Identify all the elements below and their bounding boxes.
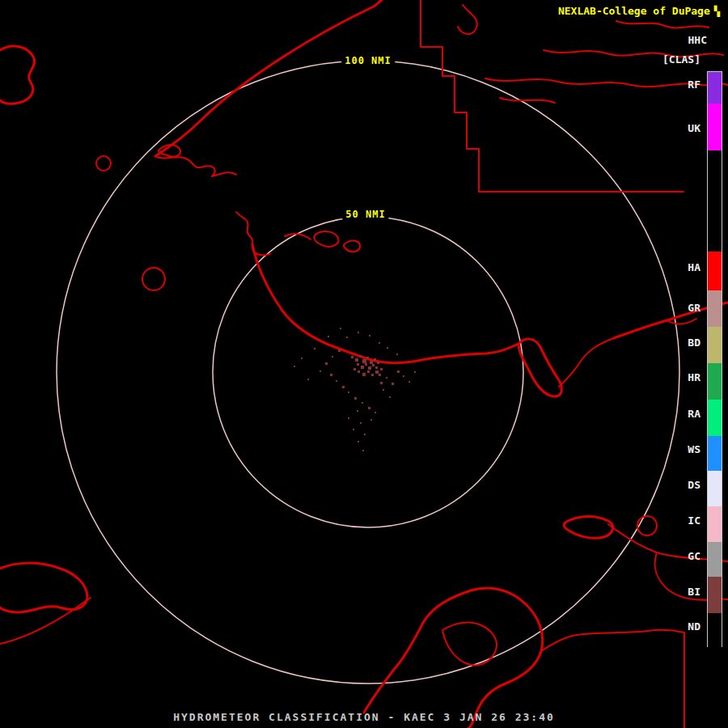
echo-point [353, 429, 354, 430]
echo-point [330, 374, 332, 376]
echo-point [360, 422, 362, 424]
echo-point [366, 357, 369, 359]
map-outline-13 [485, 78, 728, 87]
echo-point [387, 347, 388, 349]
echo-point [369, 335, 370, 336]
echo-point [370, 419, 372, 421]
echo-point [370, 361, 373, 364]
echo-point [408, 381, 410, 383]
map-outline-23 [541, 630, 684, 728]
echo-point [362, 402, 363, 404]
map-outline-17 [314, 231, 338, 247]
map-outline-25 [608, 524, 728, 561]
echo-point [372, 364, 375, 366]
echo-point [358, 332, 359, 333]
map-outline-27 [0, 563, 87, 612]
echo-point [377, 362, 379, 364]
echo-point [328, 336, 329, 337]
map-outline-7 [518, 339, 561, 396]
echo-point [362, 373, 366, 376]
map-svg [0, 0, 728, 728]
echo-point [403, 375, 404, 377]
map-outline-6 [369, 344, 518, 363]
echo-point [336, 380, 337, 382]
map-outline-8 [559, 338, 614, 387]
echo-point [358, 441, 359, 442]
echo-point [414, 371, 416, 373]
echo-point [383, 389, 384, 391]
echo-point [397, 370, 400, 373]
echo-point [342, 386, 345, 388]
range-ring-label-50: 50 NMI [342, 209, 388, 220]
echo-point [358, 370, 360, 373]
echo-point [346, 336, 348, 338]
map-outline-9 [614, 303, 728, 338]
echo-point [379, 374, 381, 376]
echo-point [353, 368, 356, 370]
echo-point [301, 358, 303, 359]
echo-point [332, 356, 333, 358]
echo-point [320, 370, 321, 372]
echo-point [314, 348, 315, 349]
echo-point [392, 383, 394, 385]
echo-point [357, 363, 359, 366]
echo-point [348, 392, 349, 393]
echo-point [380, 368, 383, 370]
echo-point [375, 370, 379, 374]
echo-point [396, 353, 398, 355]
echo-point [368, 366, 371, 370]
map-outline-3 [0, 46, 35, 104]
map-outline-18 [344, 241, 360, 252]
header-title-text: NEXLAB-College of DuPage [558, 5, 710, 17]
echo-point [355, 358, 358, 362]
echo-point [294, 366, 295, 367]
echo-point [362, 359, 366, 363]
echo-point [307, 379, 309, 380]
echo-point [375, 412, 376, 413]
echo-point [357, 410, 358, 412]
map-outline-26 [655, 552, 728, 600]
map-circle-2 [637, 516, 657, 535]
echo-point [351, 356, 353, 358]
echo-point [374, 358, 376, 361]
map-outline-12 [458, 5, 477, 34]
echo-point [340, 328, 341, 329]
map-outline-15 [500, 98, 555, 103]
echo-point [367, 370, 370, 373]
echo-point [368, 407, 370, 409]
echo-point [362, 450, 364, 451]
echo-point [386, 377, 387, 379]
echo-point [389, 396, 391, 398]
echo-point [325, 362, 328, 365]
map-outline-11 [421, 0, 684, 192]
echo-point [379, 342, 380, 344]
map-circle-0 [96, 156, 111, 171]
product-title: HYDROMETEOR CLASSIFICATION - KAEC 3 JAN … [173, 711, 555, 723]
map-outline-21 [364, 623, 423, 713]
product-code-label: HHC [688, 34, 707, 46]
classification-label: [CLAS] [662, 53, 700, 66]
map-outline-0 [155, 0, 382, 156]
header-title: NEXLAB-College of DuPage▚ [558, 5, 720, 17]
map-circle-1 [142, 268, 165, 290]
echo-point [371, 374, 374, 376]
echo-point [375, 366, 378, 369]
radar-display: 100 NMI 50 NMI NEXLAB-College of DuPage▚… [0, 0, 728, 728]
map-outline-20 [423, 588, 543, 728]
map-outline-1 [155, 156, 236, 176]
range-ring-label-100: 100 NMI [341, 55, 395, 66]
echo-point [338, 349, 341, 352]
cod-logo-icon: ▚ [714, 6, 720, 17]
map-outline-28 [0, 598, 91, 644]
echo-point [359, 355, 362, 358]
echo-point [361, 366, 364, 369]
map-outline-5 [252, 244, 369, 359]
echo-point [380, 382, 383, 384]
echo-point [348, 417, 349, 419]
echo-point [365, 363, 367, 366]
map-outline-24 [564, 516, 612, 538]
map-outline-16 [616, 21, 709, 28]
echo-point [364, 434, 366, 435]
echo-point [354, 397, 357, 400]
